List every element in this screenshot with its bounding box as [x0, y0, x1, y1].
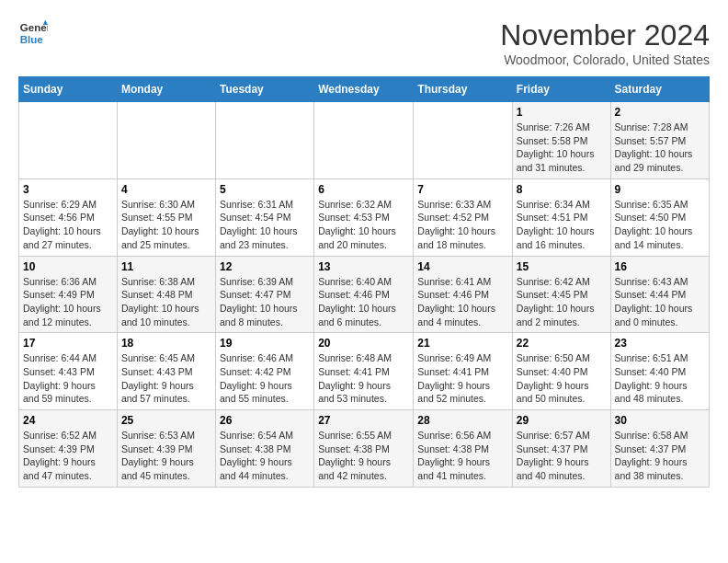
day-cell: 3Sunrise: 6:29 AM Sunset: 4:56 PM Daylig… [19, 178, 118, 256]
logo-icon: General Blue [18, 18, 48, 48]
day-cell: 8Sunrise: 6:34 AM Sunset: 4:51 PM Daylig… [512, 178, 610, 256]
day-info: Sunrise: 6:44 AM Sunset: 4:43 PM Dayligh… [23, 351, 113, 406]
day-cell: 9Sunrise: 6:35 AM Sunset: 4:50 PM Daylig… [610, 178, 709, 256]
day-cell: 19Sunrise: 6:46 AM Sunset: 4:42 PM Dayli… [215, 333, 313, 410]
day-cell: 4Sunrise: 6:30 AM Sunset: 4:55 PM Daylig… [117, 178, 215, 256]
day-cell: 13Sunrise: 6:40 AM Sunset: 4:46 PM Dayli… [314, 256, 414, 333]
day-info: Sunrise: 6:46 AM Sunset: 4:42 PM Dayligh… [220, 351, 310, 406]
day-info: Sunrise: 6:38 AM Sunset: 4:48 PM Dayligh… [121, 275, 211, 329]
day-info: Sunrise: 6:33 AM Sunset: 4:52 PM Dayligh… [417, 198, 508, 252]
day-cell: 1Sunrise: 7:26 AM Sunset: 5:58 PM Daylig… [512, 102, 610, 179]
day-cell: 11Sunrise: 6:38 AM Sunset: 4:48 PM Dayli… [117, 256, 215, 333]
day-info: Sunrise: 6:58 AM Sunset: 4:37 PM Dayligh… [615, 429, 705, 483]
day-cell: 20Sunrise: 6:48 AM Sunset: 4:41 PM Dayli… [314, 333, 414, 410]
day-cell: 28Sunrise: 6:56 AM Sunset: 4:38 PM Dayli… [414, 410, 513, 488]
day-cell: 21Sunrise: 6:49 AM Sunset: 4:41 PM Dayli… [414, 333, 513, 410]
day-info: Sunrise: 6:57 AM Sunset: 4:37 PM Dayligh… [517, 429, 607, 483]
week-row-4: 17Sunrise: 6:44 AM Sunset: 4:43 PM Dayli… [19, 333, 710, 410]
day-cell: 6Sunrise: 6:32 AM Sunset: 4:53 PM Daylig… [314, 178, 414, 256]
day-info: Sunrise: 6:56 AM Sunset: 4:38 PM Dayligh… [417, 429, 508, 483]
day-number: 8 [517, 183, 607, 196]
day-number: 10 [23, 260, 113, 273]
day-info: Sunrise: 6:39 AM Sunset: 4:47 PM Dayligh… [220, 275, 310, 329]
day-cell: 7Sunrise: 6:33 AM Sunset: 4:52 PM Daylig… [414, 178, 513, 256]
day-info: Sunrise: 6:49 AM Sunset: 4:41 PM Dayligh… [417, 351, 508, 406]
day-number: 11 [121, 260, 211, 273]
day-number: 13 [318, 260, 409, 273]
day-info: Sunrise: 6:53 AM Sunset: 4:39 PM Dayligh… [121, 429, 211, 483]
day-number: 9 [615, 183, 705, 196]
day-info: Sunrise: 6:29 AM Sunset: 4:56 PM Dayligh… [23, 198, 113, 252]
day-number: 27 [318, 414, 409, 427]
day-info: Sunrise: 7:26 AM Sunset: 5:58 PM Dayligh… [517, 121, 607, 175]
day-number: 3 [23, 183, 113, 196]
day-cell: 18Sunrise: 6:45 AM Sunset: 4:43 PM Dayli… [117, 333, 215, 410]
day-number: 6 [318, 183, 409, 196]
day-cell: 2Sunrise: 7:28 AM Sunset: 5:57 PM Daylig… [610, 102, 709, 179]
day-number: 15 [517, 260, 607, 273]
day-cell: 24Sunrise: 6:52 AM Sunset: 4:39 PM Dayli… [19, 410, 118, 488]
day-cell [414, 102, 513, 179]
day-cell: 5Sunrise: 6:31 AM Sunset: 4:54 PM Daylig… [215, 178, 313, 256]
day-number: 26 [220, 414, 310, 427]
day-number: 25 [121, 414, 211, 427]
day-cell: 30Sunrise: 6:58 AM Sunset: 4:37 PM Dayli… [610, 410, 709, 488]
day-info: Sunrise: 6:31 AM Sunset: 4:54 PM Dayligh… [220, 198, 310, 252]
day-cell: 27Sunrise: 6:55 AM Sunset: 4:38 PM Dayli… [314, 410, 414, 488]
day-info: Sunrise: 6:43 AM Sunset: 4:44 PM Dayligh… [615, 275, 705, 329]
day-info: Sunrise: 6:55 AM Sunset: 4:38 PM Dayligh… [318, 429, 409, 483]
day-info: Sunrise: 6:34 AM Sunset: 4:51 PM Dayligh… [517, 198, 607, 252]
col-header-saturday: Saturday [610, 77, 709, 102]
day-number: 19 [220, 337, 310, 350]
day-info: Sunrise: 6:30 AM Sunset: 4:55 PM Dayligh… [121, 198, 211, 252]
day-number: 17 [23, 337, 113, 350]
col-header-tuesday: Tuesday [215, 77, 313, 102]
day-cell: 15Sunrise: 6:42 AM Sunset: 4:45 PM Dayli… [512, 256, 610, 333]
day-cell: 29Sunrise: 6:57 AM Sunset: 4:37 PM Dayli… [512, 410, 610, 488]
day-cell [117, 102, 215, 179]
day-number: 18 [121, 337, 211, 350]
day-number: 4 [121, 183, 211, 196]
week-row-3: 10Sunrise: 6:36 AM Sunset: 4:49 PM Dayli… [19, 256, 710, 333]
day-number: 23 [615, 337, 705, 350]
day-cell: 10Sunrise: 6:36 AM Sunset: 4:49 PM Dayli… [19, 256, 118, 333]
day-info: Sunrise: 6:48 AM Sunset: 4:41 PM Dayligh… [318, 351, 409, 406]
day-info: Sunrise: 6:40 AM Sunset: 4:46 PM Dayligh… [318, 275, 409, 329]
day-info: Sunrise: 6:52 AM Sunset: 4:39 PM Dayligh… [23, 429, 113, 483]
day-number: 2 [615, 106, 705, 119]
day-number: 5 [220, 183, 310, 196]
col-header-wednesday: Wednesday [314, 77, 414, 102]
day-number: 14 [417, 260, 508, 273]
day-number: 1 [517, 106, 607, 119]
week-row-2: 3Sunrise: 6:29 AM Sunset: 4:56 PM Daylig… [19, 178, 710, 256]
day-info: Sunrise: 7:28 AM Sunset: 5:57 PM Dayligh… [615, 121, 705, 175]
day-number: 20 [318, 337, 409, 350]
calendar-header-row: SundayMondayTuesdayWednesdayThursdayFrid… [19, 77, 710, 102]
col-header-thursday: Thursday [414, 77, 513, 102]
day-number: 21 [417, 337, 508, 350]
day-cell: 25Sunrise: 6:53 AM Sunset: 4:39 PM Dayli… [117, 410, 215, 488]
day-cell [19, 102, 118, 179]
day-info: Sunrise: 6:54 AM Sunset: 4:38 PM Dayligh… [220, 429, 310, 483]
col-header-sunday: Sunday [19, 77, 118, 102]
svg-text:Blue: Blue [20, 34, 44, 45]
day-number: 28 [417, 414, 508, 427]
day-number: 7 [417, 183, 508, 196]
logo: General Blue [18, 18, 48, 48]
col-header-friday: Friday [512, 77, 610, 102]
day-info: Sunrise: 6:36 AM Sunset: 4:49 PM Dayligh… [23, 275, 113, 329]
day-info: Sunrise: 6:51 AM Sunset: 4:40 PM Dayligh… [615, 351, 705, 406]
day-info: Sunrise: 6:45 AM Sunset: 4:43 PM Dayligh… [121, 351, 211, 406]
day-cell [314, 102, 414, 179]
day-number: 29 [517, 414, 607, 427]
calendar-table: SundayMondayTuesdayWednesdayThursdayFrid… [18, 76, 710, 488]
title-area: November 2024 Woodmoor, Colorado, United… [500, 18, 710, 67]
day-cell: 17Sunrise: 6:44 AM Sunset: 4:43 PM Dayli… [19, 333, 118, 410]
day-number: 16 [615, 260, 705, 273]
day-number: 22 [517, 337, 607, 350]
page-header: General Blue November 2024 Woodmoor, Col… [18, 18, 710, 67]
month-title: November 2024 [500, 18, 710, 52]
day-info: Sunrise: 6:42 AM Sunset: 4:45 PM Dayligh… [517, 275, 607, 329]
day-cell: 26Sunrise: 6:54 AM Sunset: 4:38 PM Dayli… [215, 410, 313, 488]
day-info: Sunrise: 6:35 AM Sunset: 4:50 PM Dayligh… [615, 198, 705, 252]
